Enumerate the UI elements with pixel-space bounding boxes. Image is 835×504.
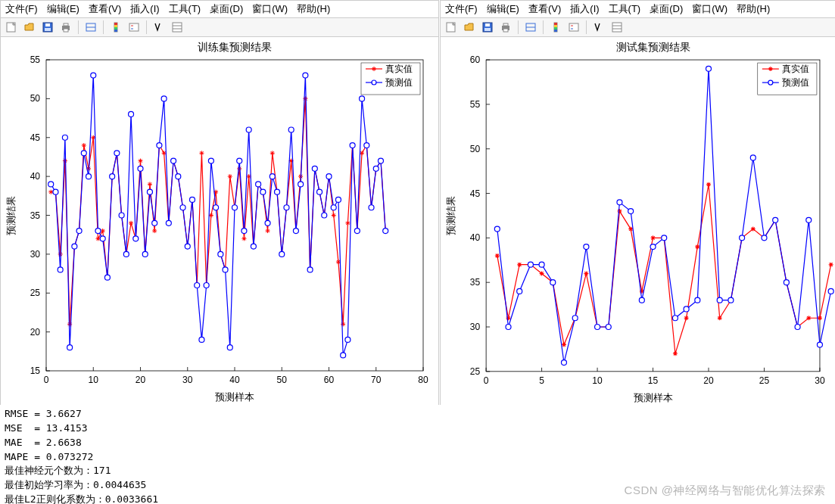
edit-plot-icon[interactable]: [591, 20, 606, 35]
svg-text:预测样本: 预测样本: [215, 391, 254, 403]
svg-text:55: 55: [470, 99, 481, 110]
svg-rect-140: [485, 23, 490, 26]
insert-colorbar-icon[interactable]: [548, 20, 563, 35]
axes-test[interactable]: 测试集预测结果0510152025302530354045505560预测样本预…: [441, 37, 835, 406]
svg-point-197: [550, 280, 556, 285]
svg-text:预测结果: 预测结果: [445, 196, 456, 235]
svg-text:80: 80: [418, 375, 428, 385]
menu-view[interactable]: 查看(V): [528, 2, 561, 16]
menu-insert[interactable]: 插入(I): [570, 2, 599, 16]
insert-legend-icon[interactable]: [566, 20, 581, 35]
link-axes-icon[interactable]: [523, 20, 538, 35]
svg-point-122: [341, 353, 346, 358]
svg-point-64: [67, 345, 73, 350]
link-axes-icon[interactable]: [83, 20, 98, 35]
menu-tools[interactable]: 工具(T): [169, 2, 201, 16]
svg-point-73: [110, 174, 115, 179]
svg-point-213: [728, 297, 734, 303]
print-icon[interactable]: [58, 20, 73, 35]
svg-text:15: 15: [30, 366, 41, 376]
menu-file[interactable]: 文件(F): [5, 2, 38, 16]
svg-rect-149: [554, 25, 557, 27]
svg-point-61: [53, 189, 58, 194]
edit-plot-icon[interactable]: [151, 20, 167, 35]
svg-point-222: [828, 288, 833, 294]
svg-text:20: 20: [136, 375, 146, 385]
svg-point-96: [218, 251, 223, 257]
svg-point-83: [157, 143, 162, 148]
new-figure-icon[interactable]: [444, 20, 459, 35]
svg-rect-148: [554, 23, 557, 25]
svg-point-126: [360, 96, 365, 101]
svg-text:60: 60: [470, 54, 481, 65]
svg-point-212: [717, 297, 722, 303]
svg-point-93: [204, 282, 209, 288]
svg-point-196: [539, 262, 544, 267]
svg-point-75: [119, 213, 124, 218]
open-property-inspector-icon[interactable]: [170, 20, 185, 35]
svg-text:预测样本: 预测样本: [634, 392, 673, 403]
menu-help[interactable]: 帮助(H): [737, 2, 770, 16]
svg-rect-143: [503, 23, 508, 26]
save-icon[interactable]: [480, 20, 495, 35]
svg-point-68: [86, 174, 92, 179]
axes-train[interactable]: 训练集预测结果010203040506070801520253035404550…: [1, 37, 438, 405]
open-property-inspector-icon[interactable]: [609, 20, 625, 35]
svg-point-109: [279, 251, 285, 257]
svg-text:45: 45: [30, 132, 41, 143]
svg-point-91: [195, 282, 200, 288]
mape-line: MAPE = 0.073272: [5, 451, 93, 462]
menu-desktop[interactable]: 桌面(D): [210, 2, 243, 16]
svg-point-90: [189, 197, 195, 202]
svg-point-198: [561, 360, 566, 366]
svg-text:30: 30: [470, 322, 481, 332]
svg-point-112: [293, 229, 298, 234]
print-icon[interactable]: [498, 20, 513, 35]
menu-help[interactable]: 帮助(H): [297, 2, 330, 16]
open-icon[interactable]: [22, 20, 37, 35]
svg-point-69: [91, 73, 96, 78]
menu-edit[interactable]: 编辑(E): [487, 2, 519, 16]
svg-text:70: 70: [371, 375, 382, 385]
svg-point-113: [298, 182, 304, 187]
separator-icon: [103, 20, 104, 34]
svg-rect-2: [45, 23, 50, 26]
svg-point-206: [650, 244, 656, 250]
svg-point-77: [129, 111, 134, 117]
separator-icon: [543, 20, 544, 34]
menu-desktop[interactable]: 桌面(D): [650, 2, 683, 16]
svg-point-99: [232, 205, 238, 210]
rmse-line: RMSE = 3.6627: [5, 408, 82, 419]
svg-point-120: [331, 205, 336, 210]
menu-edit[interactable]: 编辑(E): [47, 2, 79, 16]
menu-view[interactable]: 查看(V): [89, 2, 121, 16]
svg-point-121: [335, 197, 341, 202]
svg-point-105: [260, 189, 266, 194]
svg-point-74: [114, 151, 120, 156]
svg-point-78: [133, 236, 139, 241]
svg-point-71: [100, 236, 105, 241]
insert-legend-icon[interactable]: [126, 20, 142, 35]
svg-text:30: 30: [182, 375, 193, 385]
insert-colorbar-icon[interactable]: [108, 20, 123, 35]
menu-window[interactable]: 窗口(W): [692, 2, 728, 16]
svg-text:30: 30: [30, 249, 41, 260]
svg-rect-158: [486, 60, 820, 372]
svg-point-118: [322, 213, 327, 218]
svg-text:35: 35: [30, 210, 41, 221]
menu-tools[interactable]: 工具(T): [609, 2, 641, 16]
menu-window[interactable]: 窗口(W): [252, 2, 288, 16]
svg-rect-5: [64, 23, 68, 26]
new-figure-icon[interactable]: [4, 20, 19, 35]
svg-point-193: [506, 325, 511, 330]
mse-line: MSE = 13.4153: [5, 422, 88, 434]
svg-point-130: [378, 158, 383, 163]
svg-rect-14: [129, 23, 139, 31]
svg-point-115: [307, 267, 313, 272]
menu-insert[interactable]: 插入(I): [130, 2, 159, 16]
open-icon[interactable]: [462, 20, 477, 35]
menu-file[interactable]: 文件(F): [445, 2, 478, 16]
save-icon[interactable]: [40, 20, 55, 35]
svg-text:真实值: 真实值: [385, 64, 413, 74]
svg-point-114: [303, 73, 308, 78]
